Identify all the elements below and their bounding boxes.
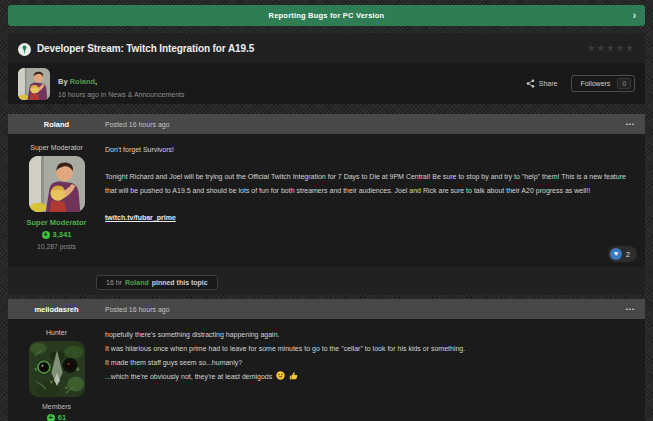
post-roland: Roland Posted 16 hours ago ••• Super Mod… <box>8 114 645 295</box>
post-line: hopefully there's something distracting … <box>105 328 633 342</box>
followers-button[interactable]: Followers 0 <box>571 75 635 92</box>
followers-label: Followers <box>580 80 610 87</box>
post-date[interactable]: Posted 16 hours ago <box>105 306 170 313</box>
topic-byline-row: By Roland, 16 hours ago in News & Announ… <box>8 63 645 104</box>
author-suffix: , <box>95 77 97 86</box>
pinned-notice: 16 hr Roland pinned this topic <box>96 275 218 290</box>
bug-report-banner[interactable]: Reporting Bugs for PC Version › <box>8 5 645 26</box>
byline-author-line: By Roland, <box>58 77 97 86</box>
byline-meta: 16 hours ago in News & Announcements <box>58 91 184 98</box>
paragraph: Tonight Richard and Joel will be trying … <box>105 170 633 198</box>
pinned-topic-icon <box>18 42 31 55</box>
plus-circle-icon: + <box>47 414 55 421</box>
member-avatar[interactable] <box>29 341 85 397</box>
share-icon <box>526 79 535 88</box>
member-group: Members <box>8 403 105 410</box>
like-pill[interactable]: ♥ 2 <box>608 246 637 262</box>
member-rank: Super Moderator <box>8 144 105 151</box>
pinned-author[interactable]: Roland <box>125 279 149 286</box>
post-content: Don't forget Survivors! Tonight Richard … <box>105 134 645 267</box>
smile-emoji <box>276 371 285 380</box>
post-body: Hunter Members + 61 hopefully there's so… <box>8 319 645 421</box>
rating-stars[interactable]: ★★★★★ <box>587 43 635 53</box>
post-author-name: meilodasreh <box>8 305 105 314</box>
pinned-time: 16 hr <box>106 279 122 286</box>
thumbs-up-emoji <box>289 371 298 380</box>
author-column: Super Moderator Super Moderator + 3,341 … <box>8 134 105 267</box>
pinned-notice-strip: 16 hr Roland pinned this topic <box>8 267 645 295</box>
author-link[interactable]: Roland <box>70 77 95 86</box>
post-line: It was hilarious once when prime had to … <box>105 342 633 356</box>
post-body: Super Moderator Super Moderator + 3,341 … <box>8 134 645 267</box>
member-rank: Hunter <box>8 329 105 336</box>
plus-circle-icon: + <box>42 231 50 239</box>
member-post-count: 10,287 posts <box>8 243 105 250</box>
by-label: By <box>58 77 68 86</box>
member-avatar[interactable] <box>29 156 85 212</box>
post-header: Roland Posted 16 hours ago ••• <box>8 114 645 134</box>
byline: By Roland, 16 hours ago in News & Announ… <box>58 70 184 98</box>
post-line: ...which the're obviously not, they're a… <box>105 370 633 384</box>
post-header: meilodasreh Posted 16 hours ago ••• <box>8 299 645 319</box>
byline-actions: Share Followers 0 <box>526 75 635 92</box>
forum-page: Reporting Bugs for PC Version › Develope… <box>0 0 653 421</box>
post-content: hopefully there's something distracting … <box>105 319 645 421</box>
points-value: 61 <box>58 413 66 421</box>
post-meilodasreh: meilodasreh Posted 16 hours ago ••• Hunt… <box>8 299 645 421</box>
twitch-link[interactable]: twitch.tv/fubar_prime <box>105 214 176 221</box>
page-title: Developer Stream: Twitch Integration for… <box>37 43 254 54</box>
share-button[interactable]: Share <box>526 79 558 88</box>
post-options-button[interactable]: ••• <box>626 121 645 127</box>
like-count: 2 <box>626 251 630 258</box>
topic-title-row: Developer Stream: Twitch Integration for… <box>8 33 645 63</box>
paragraph: Don't forget Survivors! <box>105 143 633 157</box>
pinned-action: pinned this topic <box>152 279 208 286</box>
topic-card: Developer Stream: Twitch Integration for… <box>8 33 645 104</box>
points-value: 3,341 <box>53 230 72 239</box>
chevron-right-icon: › <box>633 11 636 21</box>
author-column: Hunter Members + 61 <box>8 319 105 421</box>
post-author-name: Roland <box>8 120 105 129</box>
post-date[interactable]: Posted 16 hours ago <box>105 121 170 128</box>
member-points: + 3,341 <box>8 230 105 239</box>
heart-reaction-icon: ♥ <box>610 248 622 260</box>
followers-count-badge: 0 <box>617 78 631 89</box>
author-avatar[interactable] <box>18 68 50 100</box>
banner-label: Reporting Bugs for PC Version <box>269 11 385 20</box>
post-line: It made them staff guys seem so...humanl… <box>105 356 633 370</box>
member-group: Super Moderator <box>8 218 105 227</box>
post-line-text: ...which the're obviously not, they're a… <box>105 373 272 380</box>
post-options-button[interactable]: ••• <box>626 306 645 312</box>
member-points: + 61 <box>8 413 105 421</box>
share-label: Share <box>539 80 558 87</box>
